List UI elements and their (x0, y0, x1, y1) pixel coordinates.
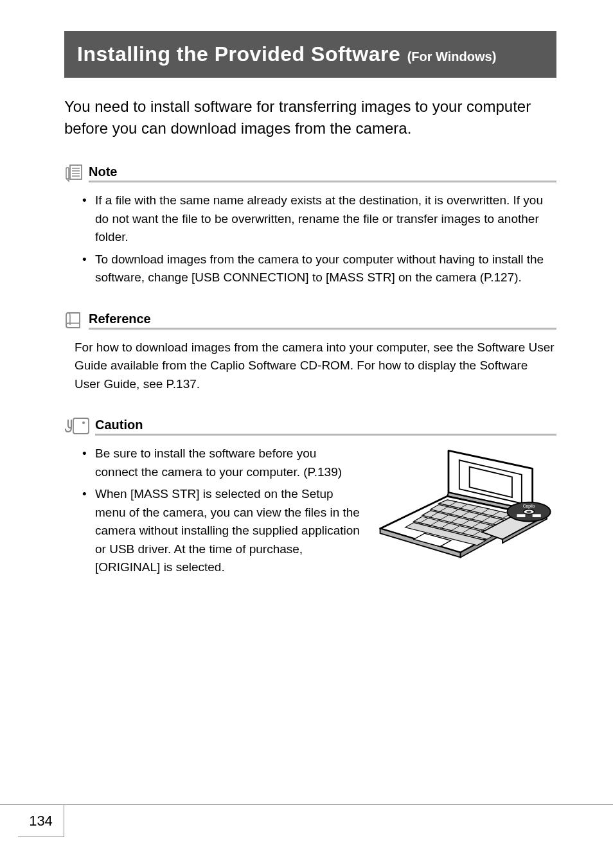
list-item: To download images from the camera to yo… (82, 251, 556, 287)
svg-rect-34 (517, 514, 525, 517)
caution-icon (64, 416, 90, 436)
list-item: Be sure to install the software before y… (82, 445, 361, 481)
svg-rect-35 (533, 514, 541, 517)
page-title-sub: (For Windows) (407, 49, 497, 64)
note-label: Note (89, 164, 117, 179)
reference-icon (64, 310, 84, 330)
page-footer: 134 (0, 804, 613, 837)
reference-label: Reference (89, 312, 151, 326)
list-item: When [MASS STR] is selected on the Setup… (82, 485, 361, 577)
caution-bullets: Be sure to install the software before y… (64, 445, 361, 577)
laptop-cd-illustration: Caplio (377, 445, 556, 561)
svg-rect-0 (70, 165, 82, 179)
note-icon (64, 163, 84, 182)
caution-section: Caution Be sure to install the software … (64, 416, 556, 581)
list-item: If a file with the same name already exi… (82, 191, 556, 247)
svg-point-32 (526, 511, 531, 513)
caution-label: Caution (95, 418, 143, 432)
svg-rect-7 (73, 418, 89, 434)
page-number: 134 (18, 805, 64, 837)
svg-text:Caplio: Caplio (523, 504, 535, 509)
svg-point-8 (82, 421, 85, 424)
note-section: Note If a file with the same name alread… (64, 163, 556, 287)
page-title-bar: Installing the Provided Software (For Wi… (64, 31, 556, 78)
intro-paragraph: You need to install software for transfe… (64, 96, 556, 139)
page-title-main: Installing the Provided Software (77, 42, 400, 66)
note-bullets: If a file with the same name already exi… (64, 191, 556, 287)
reference-body: For how to download images from the came… (64, 339, 556, 394)
reference-section: Reference For how to download images fro… (64, 310, 556, 394)
